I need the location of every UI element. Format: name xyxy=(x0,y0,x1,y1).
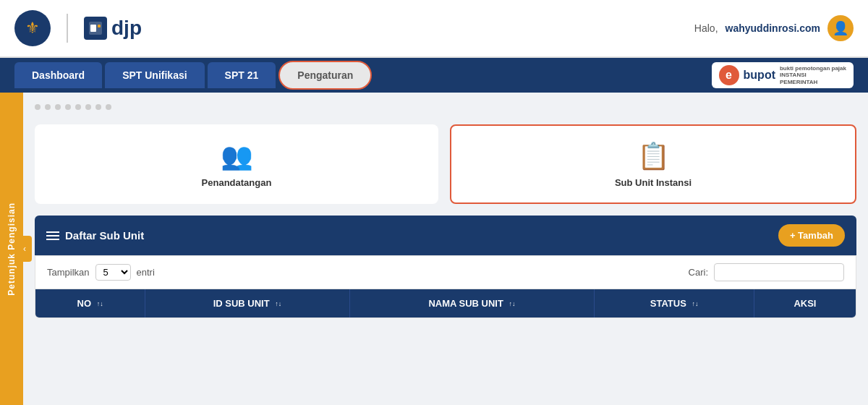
cari-label: Cari: xyxy=(689,267,708,278)
daftar-section: Daftar Sub Unit + Tambah Tampilkan 5 10 … xyxy=(35,216,856,318)
entry-select[interactable]: 5 10 25 50 xyxy=(95,264,131,281)
penandatangan-icon: 👥 xyxy=(221,141,253,171)
entri-label: entri xyxy=(137,267,155,278)
dot xyxy=(65,104,71,110)
username: wahyuddinrosi.com xyxy=(726,22,820,34)
tab-dashboard[interactable]: Dashboard xyxy=(14,62,102,88)
bupot-text-area: bupot xyxy=(744,69,775,82)
dot xyxy=(85,104,91,110)
svg-rect-2 xyxy=(98,25,101,27)
card-sub-unit-instansi[interactable]: 📋 Sub Unit Instansi xyxy=(450,124,856,204)
sidebar-toggle[interactable]: ‹ xyxy=(17,236,32,262)
col-nama-sub-unit[interactable]: NAMA SUB UNIT ↑↓ xyxy=(349,289,595,317)
garuda-logo: ⚜ xyxy=(14,10,51,46)
table-header-row: NO ↑↓ ID SUB UNIT ↑↓ NAMA SUB UNIT ↑↓ xyxy=(35,289,856,317)
djp-logo-svg xyxy=(88,20,103,36)
daftar-header: Daftar Sub Unit + Tambah xyxy=(35,216,856,255)
tab-spt-unifikasi[interactable]: SPT Unifikasi xyxy=(105,62,204,88)
daftar-title: Daftar Sub Unit xyxy=(46,229,144,242)
table-controls: Tampilkan 5 10 25 50 entri Cari: xyxy=(35,256,856,289)
content-area: 👥 Penandatangan 📋 Sub Unit Instansi Daft… xyxy=(23,93,868,405)
sort-no: ↑↓ xyxy=(97,301,103,307)
dots-row xyxy=(35,104,111,110)
dot xyxy=(106,104,111,110)
dot xyxy=(45,104,51,110)
dot xyxy=(55,104,61,110)
hamburger-icon xyxy=(46,231,59,240)
header-divider xyxy=(67,14,68,43)
col-no[interactable]: NO ↑↓ xyxy=(35,289,145,317)
cari-area: Cari: xyxy=(689,263,844,281)
tambah-button[interactable]: + Tambah xyxy=(778,224,845,247)
logo-area: ⚜ djp xyxy=(14,10,142,46)
sort-status: ↑↓ xyxy=(692,301,698,307)
cari-input[interactable] xyxy=(714,263,844,281)
djp-text: djp xyxy=(111,17,142,40)
user-icon: 👤 xyxy=(833,20,848,36)
dots-decoration xyxy=(35,104,856,119)
card-penandatangan[interactable]: 👥 Penandatangan xyxy=(35,124,438,204)
cards-row: 👥 Penandatangan 📋 Sub Unit Instansi xyxy=(35,124,856,204)
tab-pengaturan[interactable]: Pengaturan xyxy=(278,61,372,90)
halo-label: Halo, xyxy=(694,22,718,34)
bupot-subtitle: bukti pemotongan pajak INSTANSI PEMERINT… xyxy=(780,65,846,86)
col-id-sub-unit[interactable]: ID SUB UNIT ↑↓ xyxy=(145,289,349,317)
penandatangan-label: Penandatangan xyxy=(202,177,272,188)
sub-unit-icon: 📋 xyxy=(637,141,670,171)
col-status[interactable]: STATUS ↑↓ xyxy=(595,289,754,317)
tambah-label: + Tambah xyxy=(790,230,833,241)
main-content: ‹ Petunjuk Pengisian 👥 Penandatangan xyxy=(0,93,868,405)
djp-logo-box xyxy=(84,17,107,40)
bupot-main-text: bupot xyxy=(744,69,775,82)
col-aksi: AKSI xyxy=(754,289,856,317)
sort-id-sub-unit: ↑↓ xyxy=(275,301,281,307)
data-table: NO ↑↓ ID SUB UNIT ↑↓ NAMA SUB UNIT ↑↓ xyxy=(35,289,856,317)
header-right: Halo, wahyuddinrosi.com 👤 xyxy=(694,15,854,41)
bupot-e-circle: e xyxy=(719,65,739,85)
sub-unit-label: Sub Unit Instansi xyxy=(615,177,692,188)
tab-spt-21[interactable]: SPT 21 xyxy=(208,62,276,88)
djp-logo: djp xyxy=(84,17,142,40)
dot xyxy=(75,104,81,110)
tampilkan-label: Tampilkan xyxy=(47,267,90,278)
daftar-title-text: Daftar Sub Unit xyxy=(65,229,144,242)
tampilkan-area: Tampilkan 5 10 25 50 entri xyxy=(47,264,155,281)
dot xyxy=(35,104,41,110)
left-sidebar: ‹ Petunjuk Pengisian xyxy=(0,93,23,405)
nav-tabs: Dashboard SPT Unifikasi SPT 21 Pengatura… xyxy=(0,58,868,93)
bupot-logo: e bupot bukti pemotongan pajak INSTANSI … xyxy=(712,62,854,89)
table-wrapper: Tampilkan 5 10 25 50 entri Cari: xyxy=(35,255,856,318)
dot xyxy=(95,104,101,110)
user-avatar[interactable]: 👤 xyxy=(827,15,854,41)
sort-nama-sub-unit: ↑↓ xyxy=(509,301,516,307)
sidebar-label: Petunjuk Pengisian xyxy=(7,202,17,296)
header: ⚜ djp Halo, wahyuddinrosi.com 👤 xyxy=(0,0,868,58)
svg-rect-1 xyxy=(90,25,96,32)
